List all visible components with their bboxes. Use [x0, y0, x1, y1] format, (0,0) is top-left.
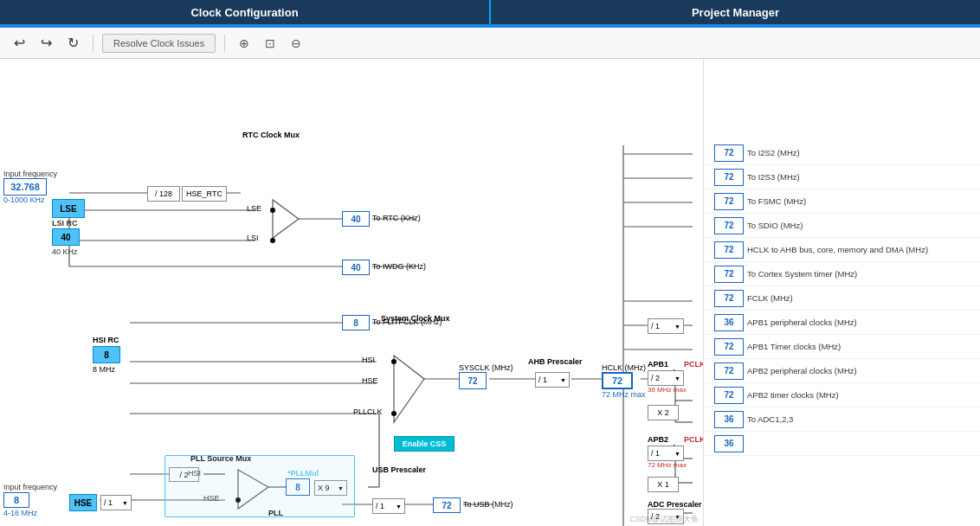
rtc-mux-label: RTC Clock Mux: [242, 131, 300, 139]
app-header: Clock Configuration Project Manager: [0, 0, 980, 24]
output-label: APB1 Timer clocks (MHz): [747, 342, 980, 351]
output-row: 72 HCLK to AHB bus, core, memory and DMA…: [704, 238, 980, 262]
ahb-prescaler-label: AHB Prescaler: [528, 357, 583, 366]
redo-button[interactable]: ↪: [35, 31, 57, 55]
output-label: To ADC1,2,3: [747, 414, 980, 424]
to-rtc-label: To RTC (KHz): [372, 211, 421, 222]
usb-prescaler-label: USB Prescaler: [372, 465, 426, 474]
hclk-block[interactable]: 72: [602, 372, 633, 389]
hse-div1-dropdown[interactable]: / 1▼: [100, 495, 132, 510]
hse-rtc-block[interactable]: HSE_RTC: [182, 186, 227, 202]
output-label: APB2 peripheral clocks (MHz): [747, 366, 980, 375]
hsi-sys-label: HSI: [362, 356, 375, 364]
to-rtc-block[interactable]: 40: [342, 211, 370, 227]
system-clock-mux-label: System Clock Mux: [381, 314, 450, 323]
output-row: 72 To SDIO (MHz): [704, 214, 980, 238]
enable-css-button[interactable]: Enable CSS: [394, 436, 455, 452]
cortex-div-dropdown[interactable]: / 1▼: [648, 318, 684, 334]
output-label: To SDIO (MHz): [747, 221, 980, 230]
toolbar: ↩ ↪ ↻ Resolve Clock Issues ⊕ ⊡ ⊖: [0, 28, 980, 59]
output-label: To I2S3 (MHz): [747, 172, 980, 182]
clock-diagram: Input frequency 32.768 0-1000 KHz LSE LS…: [0, 59, 703, 526]
svg-point-49: [391, 359, 397, 364]
ahb-div-dropdown[interactable]: / 1▼: [535, 372, 570, 388]
main-content: Input frequency 32.768 0-1000 KHz LSE LS…: [0, 59, 980, 526]
sysclk-block[interactable]: 72: [459, 372, 487, 389]
hclk-label: HCLK (MHz): [602, 363, 646, 372]
separator: [93, 35, 93, 52]
project-manager-tab[interactable]: Project Manager: [491, 0, 980, 24]
output-row: 72 APB2 peripheral clocks (MHz): [704, 359, 980, 383]
apb1-x2-block: X 2: [648, 405, 679, 420]
output-value: 36: [714, 435, 744, 452]
fit-button[interactable]: ⊡: [260, 33, 280, 54]
output-row: 72 To I2S3 (MHz): [704, 165, 980, 189]
output-row: 72 APB1 Timer clocks (MHz): [704, 335, 980, 359]
input-freq-bot-value[interactable]: 8: [3, 492, 29, 508]
output-row: 72 APB2 timer clocks (MHz): [704, 383, 980, 407]
hclk-max-label: 72 MHz max: [602, 390, 646, 399]
output-value: 72: [714, 290, 744, 307]
output-value: 72: [714, 362, 744, 380]
output-label: To Cortex System timer (MHz): [747, 269, 980, 279]
lse-line-label: LSE: [247, 204, 261, 213]
output-value: 72: [714, 387, 744, 404]
output-row: 72 To FSMC (MHz): [704, 189, 980, 214]
hsi-rc-label: HSI RC: [93, 336, 119, 344]
output-value: 72: [714, 193, 744, 210]
clock-config-tab[interactable]: Clock Configuration: [0, 0, 491, 24]
resolve-clock-button[interactable]: Resolve Clock Issues: [102, 34, 216, 53]
sysclk-label: SYSCLK (MHz): [459, 363, 513, 372]
output-label: HCLK to AHB bus, core, memory and DMA (M…: [747, 245, 980, 254]
usb-out-block[interactable]: 72: [433, 497, 461, 513]
output-label: To FSMC (MHz): [747, 196, 980, 206]
svg-point-46: [270, 208, 275, 213]
apb2-max-label: 72 MHz max: [648, 461, 687, 469]
output-value: 72: [714, 241, 744, 259]
output-row: 36: [704, 432, 980, 456]
lsi-value-block[interactable]: 40: [52, 228, 80, 246]
pll-source-box: [164, 455, 355, 517]
input-freq-bot-label: Input frequency 8 4-16 MHz: [3, 483, 57, 517]
hsi-value-block[interactable]: 8: [93, 346, 120, 363]
usb-div-dropdown[interactable]: / 1▼: [372, 498, 405, 514]
apb1-max-label: 36 MHz max: [648, 386, 687, 394]
output-label: APB1 peripheral clocks (MHz): [747, 318, 980, 327]
output-value: 72: [714, 338, 744, 356]
to-iwdg-label: To IWDG (KHz): [372, 260, 426, 271]
pclk1-label: PCLK1: [684, 360, 703, 369]
output-value: 72: [714, 169, 744, 186]
output-value: 72: [714, 217, 744, 234]
pclk2-label: PCLK2: [684, 435, 703, 444]
div128-block[interactable]: / 128: [147, 186, 180, 202]
output-value: 36: [714, 411, 744, 428]
adc-prescaler-label: ADC Prescaler: [648, 500, 702, 509]
output-row: 36 APB1 peripheral clocks (MHz): [704, 311, 980, 335]
output-list: 72 To I2S2 (MHz) 72 To I2S3 (MHz) 72 To …: [704, 59, 980, 456]
apb1-div-dropdown[interactable]: / 2▼: [648, 370, 684, 386]
refresh-button[interactable]: ↻: [62, 31, 84, 55]
pllclk-label: PLLCLK: [353, 407, 383, 416]
output-row: 72 To I2S2 (MHz): [704, 141, 980, 165]
output-value: 72: [714, 266, 744, 283]
output-value: 72: [714, 144, 744, 162]
input-freq-top-value[interactable]: 32.768: [3, 178, 47, 196]
zoom-in-button[interactable]: ⊕: [234, 33, 255, 54]
to-flit-block[interactable]: 8: [342, 315, 370, 330]
undo-button[interactable]: ↩: [9, 31, 30, 55]
apb2-div-dropdown[interactable]: / 1▼: [648, 446, 684, 461]
svg-marker-48: [394, 356, 424, 422]
zoom-out-button[interactable]: ⊖: [286, 33, 306, 54]
to-iwdg-block[interactable]: 40: [342, 260, 370, 275]
apb2-x1-block: X 1: [648, 477, 679, 492]
output-value: 36: [714, 314, 744, 331]
input-freq-top-label: Input frequency 32.768 0-1000 KHz: [3, 170, 57, 204]
usb-out-label: To USB (MHz): [463, 498, 513, 509]
output-row: 72 FCLK (MHz): [704, 286, 980, 311]
svg-point-47: [270, 238, 275, 243]
hsi-unit-label: 8 MHz: [93, 365, 115, 374]
output-panel: 72 To I2S2 (MHz) 72 To I2S3 (MHz) 72 To …: [703, 59, 980, 526]
hse-block[interactable]: HSE: [69, 494, 97, 511]
lse-block[interactable]: LSE: [52, 199, 85, 218]
svg-point-50: [391, 411, 397, 416]
